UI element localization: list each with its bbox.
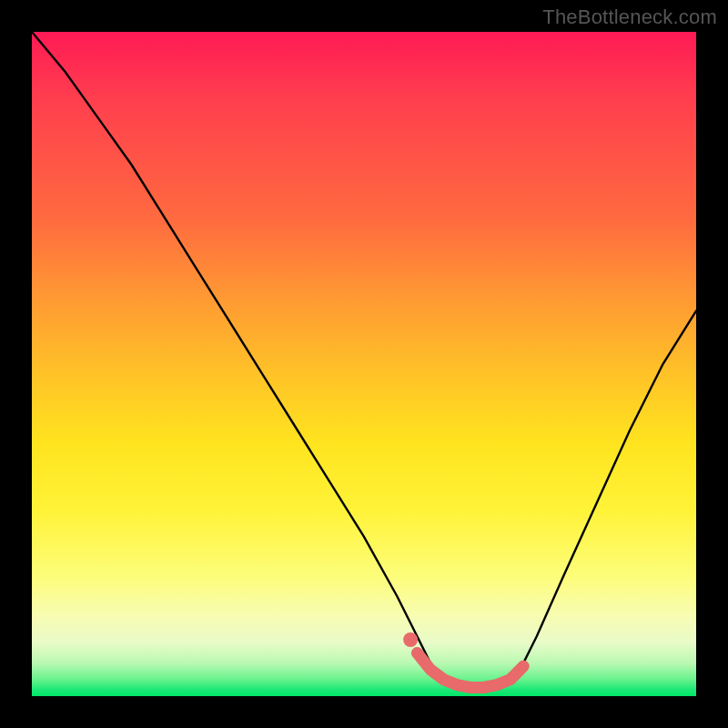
highlight-segment [417, 653, 523, 688]
highlight-start-dot [403, 632, 418, 647]
watermark-text: TheBottleneck.com [542, 5, 717, 29]
curve-layer [32, 32, 696, 696]
chart-frame: TheBottleneck.com [0, 0, 728, 728]
plot-area [32, 32, 696, 696]
bottleneck-curve [32, 32, 696, 693]
